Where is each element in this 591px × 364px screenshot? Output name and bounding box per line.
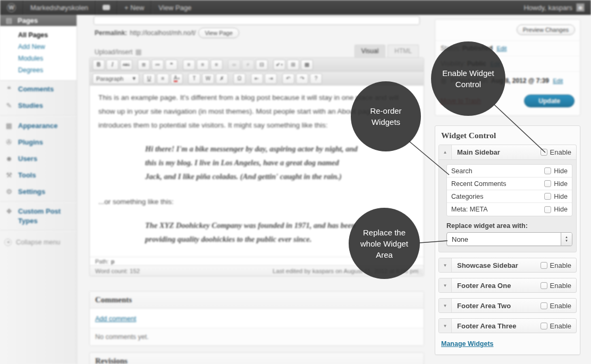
more-tag-button[interactable]: ⊟ xyxy=(256,60,268,70)
hide-checkbox[interactable] xyxy=(544,193,551,200)
help-button[interactable]: ? xyxy=(310,73,322,84)
new-content-menu[interactable]: + New xyxy=(117,0,151,15)
paste-from-word-button[interactable]: W xyxy=(202,73,214,84)
add-comment-link[interactable]: Add comment xyxy=(95,315,136,323)
justify-button[interactable]: ≡ xyxy=(157,73,169,84)
permalink-row: Permalink: http://localhost/mh.no/t/ Vie… xyxy=(95,28,239,38)
view-page-button[interactable]: View Page xyxy=(198,28,239,38)
sidebar-item-users[interactable]: ☻ Users xyxy=(0,150,77,167)
expand-toggle[interactable]: ▼ xyxy=(439,258,452,272)
bold-button[interactable]: B xyxy=(92,60,105,70)
hide-checkbox[interactable] xyxy=(544,180,551,187)
howdy-account-menu[interactable]: Howdy, kaspars xyxy=(524,4,572,12)
widget-row-meta[interactable]: Meta: META Hide xyxy=(447,203,572,216)
spellcheck-button[interactable]: ✔ ▾ xyxy=(273,60,285,70)
enable-checkbox[interactable] xyxy=(541,262,547,269)
redo-button[interactable]: ↷ xyxy=(296,73,308,84)
widget-row-categories[interactable]: Categories Hide xyxy=(447,190,572,203)
page-title-input[interactable] xyxy=(94,16,420,25)
widget-area-name[interactable]: Showcase Sidebar xyxy=(457,261,518,269)
update-button[interactable]: Update xyxy=(524,95,575,107)
widget-control-title[interactable]: Widget Control xyxy=(435,126,580,145)
sidebar-item-tools[interactable]: ⚒ Tools xyxy=(0,167,77,183)
comments-metabox-title[interactable]: Comments xyxy=(90,292,424,309)
view-page-menu[interactable]: View Page xyxy=(151,0,198,15)
widget-area-name[interactable]: Main Sidebar xyxy=(457,148,500,156)
expand-toggle[interactable]: ▼ xyxy=(439,278,452,292)
insert-link-button[interactable]: ∞ xyxy=(228,60,240,70)
align-center-button[interactable]: ≡ xyxy=(197,60,209,70)
path-value[interactable]: p xyxy=(111,258,115,265)
enable-checkbox[interactable] xyxy=(541,323,547,329)
text-color-glyph: A xyxy=(174,75,178,82)
widget-area-name[interactable]: Footer Area One xyxy=(457,282,511,290)
sidebar-item-comments[interactable]: ❝ Comments xyxy=(0,81,77,97)
sidebar-item-settings[interactable]: ⚙ Settings xyxy=(0,183,77,200)
sidebar-item-label: Comments xyxy=(18,85,54,93)
preview-changes-button[interactable]: Preview Changes xyxy=(517,24,575,35)
collapse-toggle[interactable]: ▲ xyxy=(439,145,452,159)
outdent-button[interactable]: ⇤ xyxy=(251,73,263,84)
comments-icon: ❝ xyxy=(4,85,14,93)
view-page-label: View Page xyxy=(158,4,191,12)
align-left-button[interactable]: ≡ xyxy=(183,60,195,70)
numbered-list-button[interactable]: ≔ xyxy=(151,60,164,70)
submenu-modules[interactable]: Modules xyxy=(0,53,77,64)
sidebar-item-studies[interactable]: ✎ Studies xyxy=(0,97,77,114)
comments-shortcut[interactable] xyxy=(96,0,117,15)
widget-area-name[interactable]: Footer Area Three xyxy=(457,322,517,330)
bulleted-list-button[interactable]: ≣ xyxy=(138,60,150,70)
italic-button[interactable]: I xyxy=(106,60,119,70)
format-select[interactable]: Paragraph ▾ xyxy=(92,73,139,84)
paste-as-text-button[interactable]: T xyxy=(188,73,200,84)
sidebar-item-appearance[interactable]: ▦ Appearance xyxy=(0,117,77,134)
tab-html[interactable]: HTML xyxy=(387,45,419,58)
strikethrough-button[interactable]: ABC xyxy=(120,60,132,70)
no-comments-text: No comments yet. xyxy=(90,328,424,345)
tab-visual[interactable]: Visual xyxy=(354,45,385,58)
kitchen-sink-button[interactable]: ▩ xyxy=(301,60,313,70)
wp-logo-menu[interactable]: W xyxy=(0,0,23,15)
edit-status-link[interactable]: Edit xyxy=(496,45,506,52)
collapse-menu-button[interactable]: ◄ Collapse menu xyxy=(0,234,77,250)
text-color-button[interactable]: A ▾ xyxy=(171,73,183,84)
enable-checkbox[interactable] xyxy=(541,149,547,156)
enable-checkbox[interactable] xyxy=(541,302,547,309)
widget-row-recent-comments[interactable]: Recent Comments Hide xyxy=(447,177,572,190)
widget-area-footer-two: ▼ Footer Area Two Enable xyxy=(438,298,577,313)
pages-submenu: All Pages Add New Modules Degrees xyxy=(0,26,77,81)
special-character-button[interactable]: Ω xyxy=(233,73,246,84)
revisions-metabox-title[interactable]: Revisions xyxy=(90,353,424,364)
enable-checkbox[interactable] xyxy=(541,282,547,289)
site-name-menu[interactable]: Markedshøyskolen xyxy=(23,0,95,15)
add-media-icon[interactable]: ▦ xyxy=(135,48,141,56)
sidebar-item-custom-post-types[interactable]: ❖ Custom Post Types xyxy=(0,204,77,228)
sidebar-item-pages[interactable]: ▤ Pages xyxy=(0,15,77,26)
arrow-up-icon: ▲ xyxy=(443,150,448,155)
align-right-button[interactable]: ≡ xyxy=(210,60,223,70)
widget-area-name[interactable]: Footer Area Two xyxy=(457,302,511,310)
remove-formatting-button[interactable]: ✗ xyxy=(216,73,228,84)
hide-checkbox[interactable] xyxy=(544,206,551,213)
hide-checkbox[interactable] xyxy=(544,167,551,174)
permalink-url[interactable]: http://localhost/mh.no/t/ xyxy=(130,29,196,37)
indent-button[interactable]: ⇥ xyxy=(265,73,277,84)
edit-published-link[interactable]: Edit xyxy=(553,78,563,84)
undo-button[interactable]: ↶ xyxy=(282,73,294,84)
manage-widgets-link[interactable]: Manage Widgets xyxy=(441,340,494,348)
expand-toggle[interactable]: ▼ xyxy=(439,299,452,312)
submenu-degrees[interactable]: Degrees xyxy=(0,64,77,76)
underline-button[interactable]: U xyxy=(143,73,155,84)
comments-metabox: Comments Add comment No comments yet. xyxy=(89,291,424,346)
submenu-all-pages[interactable]: All Pages xyxy=(0,29,77,41)
blockquote-button[interactable]: ❝ xyxy=(165,60,178,70)
sidebar-item-plugins[interactable]: ✇ Plugins xyxy=(0,134,77,150)
remove-link-button[interactable]: ≠ xyxy=(242,60,254,70)
fullscreen-button[interactable]: ⊞ xyxy=(287,60,299,70)
replace-widget-area-select[interactable]: None ▲ ▼ xyxy=(446,232,572,246)
widget-row-search[interactable]: Search Hide xyxy=(447,165,572,177)
resize-grip[interactable] xyxy=(417,269,423,275)
avatar[interactable]: ☻ xyxy=(576,3,585,12)
submenu-add-new[interactable]: Add New xyxy=(0,41,77,53)
expand-toggle[interactable]: ▼ xyxy=(439,319,452,333)
